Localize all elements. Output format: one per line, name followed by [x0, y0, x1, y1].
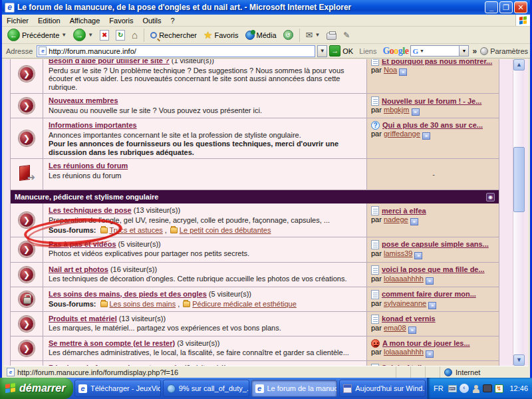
google-settings-button[interactable]: Paramètres — [480, 47, 528, 55]
last-post-link[interactable]: voici la pose que ma fille de... — [382, 265, 485, 274]
links-label[interactable]: Liens — [355, 47, 380, 55]
forum-link[interactable]: Les techniques de pose — [49, 206, 132, 214]
forum-link[interactable]: Pas à pas et vidéos — [49, 240, 116, 248]
last-post-link[interactable]: A mon tour de jouer les... — [382, 339, 470, 348]
forum-link[interactable]: Les réunions du forum — [49, 162, 128, 170]
goto-last-post-icon[interactable]: » — [426, 277, 434, 285]
folder-icon — [170, 227, 178, 233]
last-post-link[interactable]: merci à elfea — [382, 207, 426, 215]
author-link[interactable]: lamiss39 — [384, 249, 412, 257]
author-link[interactable]: ema08 — [384, 324, 406, 332]
search-button[interactable]: Rechercher — [148, 31, 200, 40]
taskbar-task[interactable]: eTélécharger - JeuxVid... — [74, 380, 161, 397]
edit-button[interactable]: ✎ — [340, 30, 352, 41]
goto-last-post-icon[interactable]: » — [414, 252, 422, 259]
home-button[interactable]: ⌂ — [129, 29, 140, 41]
taskbar-task[interactable]: Aujourd'hui sur Wind... — [339, 380, 426, 397]
subforum-link[interactable]: Trucs et astuces — [110, 226, 163, 235]
tray-collapse-icon[interactable]: ‹ — [460, 384, 469, 393]
forum-status-arrow-icon: ❯ — [19, 316, 35, 332]
goto-last-post-icon[interactable]: » — [399, 68, 407, 76]
section-title: Manucure, pédicure et stylisme ongulaire — [15, 193, 158, 201]
go-button[interactable]: → OK — [329, 45, 353, 57]
forum-link[interactable]: Produits et matériel — [49, 315, 117, 323]
forum-link[interactable]: Se mettre à son compte (et le rester) — [49, 339, 175, 347]
forum-link[interactable]: Besoin d'aide pour utiliser le site ? — [49, 59, 170, 65]
home-icon: ⌂ — [132, 29, 138, 41]
menu-edition[interactable]: Edition — [33, 15, 65, 26]
minimize-button[interactable]: _ — [485, 1, 498, 13]
menu-affichage[interactable]: Affichage — [65, 15, 105, 26]
last-post-link[interactable]: pose de capsule simple sans... — [382, 240, 489, 249]
goto-last-post-icon[interactable]: » — [412, 108, 420, 116]
mail-button[interactable]: ✉▼ — [303, 29, 323, 41]
history-button[interactable]: ↺ — [281, 29, 296, 41]
goto-last-post-icon[interactable]: » — [422, 132, 430, 140]
subforum-link[interactable]: Le petit coin des débutantes — [180, 226, 271, 235]
forum-description: Perdu sur le site ? Un problème techniqu… — [49, 66, 362, 92]
menu-outils[interactable]: Outils — [138, 15, 166, 26]
last-post-link[interactable]: Nouvelle sur le forum ! - Je... — [382, 97, 481, 106]
question-topic-icon: ? — [371, 121, 380, 130]
author-link[interactable]: Noa — [384, 66, 397, 74]
address-input[interactable]: e http://forum.manucure.info/ — [37, 45, 315, 57]
goto-last-post-icon[interactable]: » — [410, 218, 418, 225]
last-post-link[interactable]: Et pourquoi pas nous montrer... — [382, 59, 492, 66]
tray-sync-icon[interactable]: ↯ — [495, 384, 503, 393]
address-dropdown-icon[interactable]: ▼ — [317, 45, 327, 57]
language-indicator[interactable]: FR — [432, 384, 446, 393]
subforum-link[interactable]: Les soins des mains — [110, 300, 176, 309]
forum-locked-icon — [19, 291, 35, 307]
subforum-link[interactable]: Pédicure médicale et esthétique — [192, 300, 297, 309]
visitor-count: (3 visiteur(s)) — [175, 339, 219, 347]
section-collapse-icon[interactable]: ◉ — [486, 193, 495, 201]
tray-window-icon[interactable] — [483, 384, 492, 392]
author-link[interactable]: lolaaaahhhh — [384, 275, 424, 283]
forum-link[interactable]: Informations importantes — [49, 121, 137, 129]
menu-?[interactable]: ? — [166, 15, 180, 26]
start-button[interactable]: démarrer — [0, 378, 73, 399]
last-post-link[interactable]: konad et vernis — [382, 315, 436, 323]
forum-link[interactable]: Nouveaux membres — [49, 96, 118, 104]
google-dropdown-icon[interactable]: ▼ — [459, 46, 468, 56]
google-search-input[interactable]: G ▼ ▼ — [410, 45, 469, 57]
forum-link[interactable]: Nail art et photos — [49, 265, 108, 273]
google-toolbar: Google G ▼ ▼ » Paramètres — [382, 45, 528, 57]
google-logo: Google — [382, 46, 408, 57]
scroll-down-icon[interactable]: ▼ — [513, 354, 525, 366]
vertical-scrollbar[interactable]: ▲ ▼ — [513, 59, 524, 366]
scrollbar-thumb[interactable] — [513, 147, 525, 212]
last-post-link[interactable]: Qui a plus de 30 ans sur ce... — [382, 121, 483, 130]
author-link[interactable]: lolaaaahhhh — [384, 348, 424, 356]
maximize-button[interactable]: ❐ — [499, 1, 513, 13]
goto-last-post-icon[interactable]: » — [426, 350, 434, 358]
author-link[interactable]: griffedange — [384, 130, 420, 138]
author-link[interactable]: nadege — [384, 215, 408, 223]
media-button[interactable]: Média — [243, 30, 279, 41]
scroll-up-icon[interactable]: ▲ — [513, 59, 525, 70]
stop-button[interactable]: ✖ — [97, 29, 112, 41]
tray-clock: 12:46 — [509, 384, 528, 392]
menu-favoris[interactable]: Favoris — [104, 15, 138, 26]
forward-button[interactable]: → ▼ — [70, 28, 96, 42]
last-post-link[interactable]: comment faire durer mon... — [382, 290, 476, 299]
back-button[interactable]: ← Précédente ▼ — [5, 28, 69, 42]
menu-fichier[interactable]: Fichier — [2, 15, 33, 26]
forum-link[interactable]: Les soins des mains, des pieds et des on… — [49, 290, 207, 298]
taskbar-task[interactable]: eLe forum de la manuc... — [251, 380, 338, 397]
author-link[interactable]: sylvaineanne — [384, 299, 426, 307]
close-button[interactable]: ✕ — [514, 1, 527, 13]
print-button[interactable] — [324, 30, 339, 41]
taskbar-task[interactable]: 9% sur call_of_duty_... — [163, 380, 249, 397]
resize-grip[interactable] — [520, 366, 528, 378]
page-topic-icon — [371, 315, 379, 324]
toolbar-overflow-chevron[interactable]: » — [471, 47, 478, 56]
keyboard-icon[interactable]: ⌨ — [448, 385, 457, 392]
forum-row: ❯Nail art et photos (16 visiteur(s))Les … — [11, 263, 499, 287]
favorites-button[interactable]: ★ Favoris — [201, 29, 241, 42]
messenger-icon[interactable] — [471, 384, 480, 393]
refresh-button[interactable]: ↻ — [113, 29, 128, 41]
author-link[interactable]: mbgkjm — [384, 106, 410, 114]
goto-last-post-icon[interactable]: » — [408, 327, 416, 334]
goto-last-post-icon[interactable]: » — [428, 302, 436, 309]
